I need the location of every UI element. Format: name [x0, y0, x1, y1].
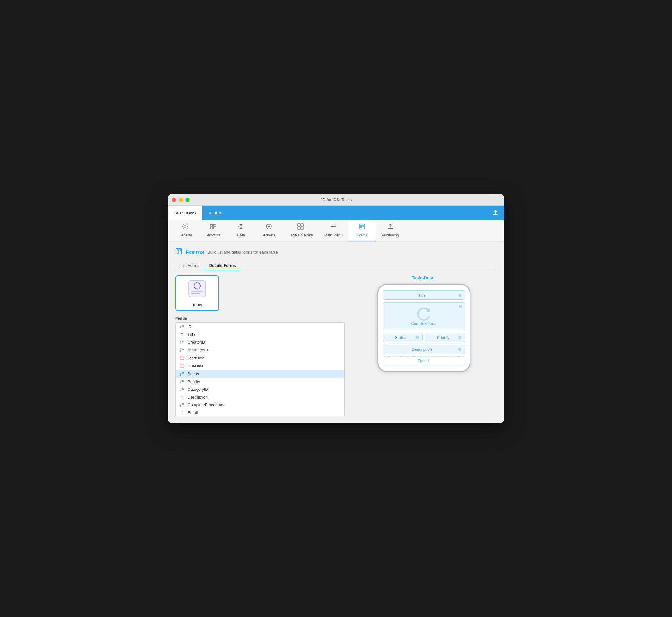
svg-rect-28 [191, 291, 203, 292]
field-item-priority[interactable]: 232Priority [176, 378, 344, 386]
field-label: Title [188, 332, 195, 337]
top-nav: SECTIONS BUILD [168, 206, 504, 220]
tab-details-forms[interactable]: Details Forms [204, 261, 241, 270]
svg-point-10 [268, 226, 270, 227]
phone-image-block[interactable]: ⊗ CompletePer... [382, 302, 465, 330]
svg-rect-13 [301, 224, 303, 226]
build-label: BUILD [208, 211, 221, 215]
section-main-menu[interactable]: Main Menu [319, 220, 348, 241]
svg-rect-29 [191, 293, 200, 294]
phone-description-label: Description [386, 347, 458, 352]
app-window: 4D for iOS: Tasks SECTIONS BUILD Gen [168, 194, 504, 423]
field-item-creatorid[interactable]: 232CreatorID [176, 338, 344, 346]
field-item-assigneeid[interactable]: 232AssigneeID [176, 346, 344, 354]
phone-status-field[interactable]: Status ⊗ [382, 333, 423, 342]
fields-list: 232IDTTitle232CreatorID232AssigneeIDStar… [175, 323, 345, 417]
labels-icons-icon [297, 223, 304, 232]
svg-point-11 [269, 224, 270, 225]
forms-page-subtitle: Build list and detail forms for each tab… [207, 250, 278, 254]
phone-priority-label: Priority [429, 335, 458, 340]
field-type-icon: 232 [179, 372, 185, 376]
maximize-button[interactable] [185, 198, 190, 202]
content-area: Forms Build list and detail forms for ea… [168, 242, 504, 423]
phone-image-icon [416, 306, 431, 322]
field-item-title[interactable]: TTitle [176, 331, 344, 338]
field-type-icon: 232 [179, 387, 185, 392]
data-label: Data [237, 233, 245, 237]
field-item-status[interactable]: 232Status [176, 370, 344, 378]
actions-label: Actions [263, 233, 275, 237]
phone-description-close[interactable]: ⊗ [458, 347, 462, 352]
svg-rect-16 [331, 225, 336, 225]
svg-rect-25 [179, 249, 181, 251]
field-label: ID [188, 324, 192, 329]
actions-icon [266, 223, 272, 232]
section-data[interactable]: Data [227, 220, 255, 241]
svg-rect-34 [180, 364, 184, 368]
field-item-duedate[interactable]: DueDate [176, 362, 344, 370]
svg-rect-22 [388, 228, 393, 229]
forms-icon [359, 223, 365, 232]
field-type-icon: 232 [179, 380, 185, 384]
phone-mockup: Title ⊗ ⊗ CompletePer... [377, 284, 471, 372]
phone-priority-field[interactable]: Priority ⊗ [425, 333, 465, 342]
field-item-completepercentage[interactable]: 232CompletePercentage [176, 401, 344, 409]
field-label: CompletePercentage [188, 403, 225, 407]
labels-icons-label: Labels & Icons [289, 233, 313, 237]
section-actions[interactable]: Actions [255, 220, 283, 241]
tab-list-forms[interactable]: List Forms [175, 261, 204, 270]
close-button[interactable] [172, 198, 176, 202]
phone-description-field[interactable]: Description ⊗ [382, 345, 465, 354]
upload-button[interactable] [489, 207, 502, 219]
sections-bar: General Structure Data [168, 220, 504, 242]
field-item-description[interactable]: TDescription [176, 393, 344, 401]
sections-label: SECTIONS [174, 211, 196, 215]
svg-rect-15 [301, 227, 303, 229]
forms-tabs: List Forms Details Forms [175, 261, 497, 270]
section-labels-icons[interactable]: Labels & Icons [283, 220, 319, 241]
phone-priority-close[interactable]: ⊗ [458, 335, 462, 340]
svg-rect-17 [331, 226, 336, 227]
field-type-icon: T [179, 411, 185, 415]
phone-image-close[interactable]: ⊗ [459, 304, 462, 309]
field-label: DueDate [188, 364, 203, 368]
field-item-id[interactable]: 232ID [176, 323, 344, 331]
publishing-label: Publishing [382, 233, 399, 237]
field-type-icon: 232 [179, 348, 185, 352]
field-type-icon: 232 [179, 340, 185, 345]
phone-field6-label: Field 6 [386, 359, 462, 363]
field-item-startdate[interactable]: StartDate [176, 354, 344, 362]
fields-label: Fields [175, 316, 345, 321]
field-type-icon: T [179, 395, 185, 399]
svg-rect-5 [213, 227, 216, 229]
section-general[interactable]: General [171, 220, 199, 241]
tasks-form-card[interactable]: Tasks [175, 275, 219, 311]
svg-rect-18 [331, 228, 336, 228]
svg-rect-12 [298, 224, 300, 226]
phone-title-close[interactable]: ⊗ [458, 293, 462, 297]
field-item-categoryid[interactable]: 232CategoryID [176, 386, 344, 393]
phone-field6[interactable]: Field 6 [382, 356, 465, 365]
svg-rect-20 [360, 225, 362, 228]
phone-status-close[interactable]: ⊗ [415, 335, 419, 340]
tasks-card-label: Tasks [192, 303, 202, 307]
field-type-icon: 232 [179, 325, 185, 329]
nav-sections[interactable]: SECTIONS [168, 206, 202, 220]
section-structure[interactable]: Structure [199, 220, 227, 241]
field-label: CreatorID [188, 340, 205, 345]
phone-split-row: Status ⊗ Priority ⊗ [382, 333, 465, 342]
forms-header: Forms Build list and detail forms for ea… [175, 248, 497, 256]
main-menu-icon [330, 223, 337, 232]
phone-title-field[interactable]: Title ⊗ [382, 290, 465, 300]
titlebar: 4D for iOS: Tasks [168, 194, 504, 206]
forms-header-icon [175, 248, 182, 256]
svg-rect-0 [493, 214, 498, 215]
phone-status-label: Status [386, 335, 415, 340]
section-forms[interactable]: Forms [348, 220, 376, 241]
field-label: StartDate [188, 356, 205, 360]
section-publishing[interactable]: Publishing [376, 220, 404, 241]
device-title: TasksDetail [412, 275, 436, 280]
nav-build[interactable]: BUILD [202, 206, 228, 220]
field-item-email[interactable]: TEmail [176, 409, 344, 416]
minimize-button[interactable] [179, 198, 183, 202]
